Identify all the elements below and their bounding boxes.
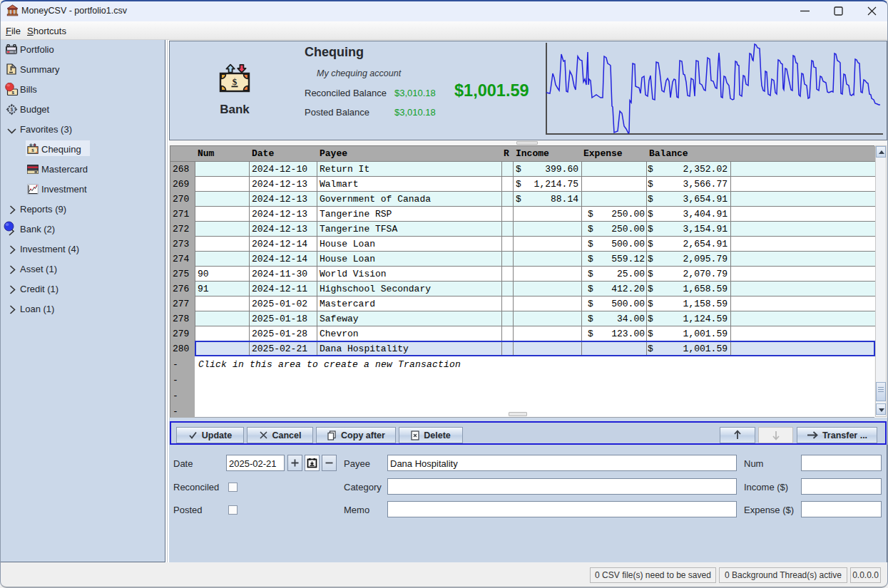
svg-text:$: $ [31, 148, 34, 153]
svg-text:$: $ [11, 107, 14, 113]
svg-text:$: $ [233, 76, 238, 87]
